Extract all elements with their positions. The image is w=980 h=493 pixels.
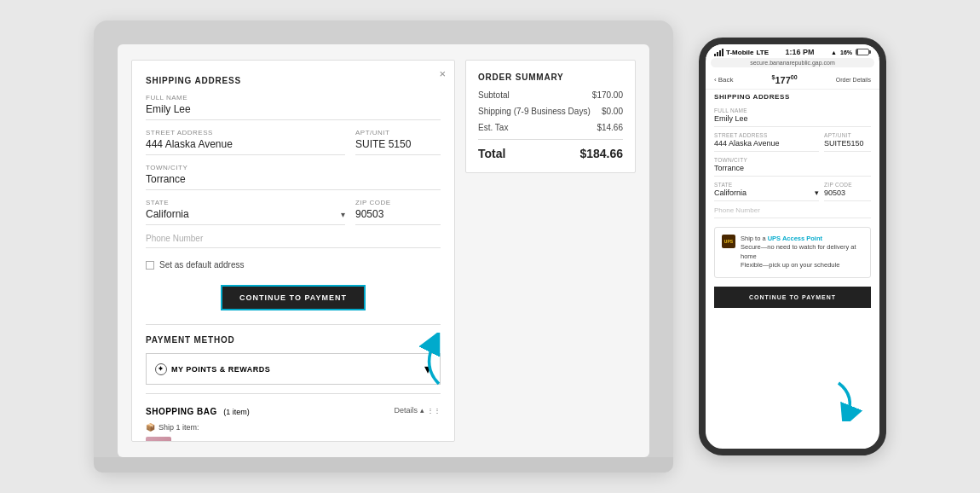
status-time: 1:16 PM xyxy=(786,48,815,56)
ups-access-point-box: UPS Ship to a UPS Access Point Secure—no… xyxy=(714,227,871,278)
close-icon[interactable]: × xyxy=(439,67,446,80)
status-left: T-Mobile LTE xyxy=(714,49,769,56)
phone-field[interactable]: Phone Number xyxy=(146,234,441,248)
apt-value: SUITE 5150 xyxy=(355,138,441,155)
apt-label: APT/UNIT xyxy=(355,129,441,136)
tax-value: $14.66 xyxy=(597,123,623,132)
phone-apt-label: APT/UNIT xyxy=(824,132,871,138)
chevron-left-icon: ‹ xyxy=(714,76,717,84)
summary-divider xyxy=(478,139,623,140)
state-select[interactable]: California ▾ xyxy=(146,208,345,225)
phone-nav: ‹ Back $17700 Order Details xyxy=(706,71,879,90)
laptop: × SHIPPING ADDRESS FULL NAME Emily Lee S… xyxy=(94,20,673,473)
payment-section: PAYMENT METHOD ✦ MY POINTS & REWARDS ▾ xyxy=(146,324,441,385)
phone-continue-to-payment-button[interactable]: CONTINUE TO PAYMENT xyxy=(714,287,871,308)
phone-phone-field[interactable]: Phone Number xyxy=(714,206,871,218)
wifi-icon: ▲ xyxy=(831,49,837,55)
state-value: California xyxy=(146,208,189,220)
default-address-label: Set as default address xyxy=(159,260,245,270)
phone-chevron-down-icon: ▾ xyxy=(815,188,819,197)
phone-apt-value: SUITE5150 xyxy=(824,139,871,152)
order-summary-panel: ORDER SUMMARY Subtotal $170.00 Shipping … xyxy=(465,60,636,173)
ship-row: 📦 Ship 1 item: xyxy=(146,423,441,432)
rewards-icon: ✦ xyxy=(155,363,167,375)
signal-icon xyxy=(714,49,723,56)
carrier-label: T-Mobile xyxy=(726,49,753,56)
shopping-section: SHOPPING BAG (1 item) Details ▴ ⋮⋮ 📦 xyxy=(146,393,441,442)
full-name-value: Emily Lee xyxy=(146,103,441,120)
phone: T-Mobile LTE 1:16 PM ▲ 16% secure.banana… xyxy=(699,38,886,455)
phone-zip-value: 90503 xyxy=(824,188,871,201)
town-value: Torrance xyxy=(146,173,441,190)
phone-arrow-svg xyxy=(830,374,873,421)
shipping-address-title: SHIPPING ADDRESS xyxy=(146,76,441,85)
shipping-value: $0.00 xyxy=(602,107,623,116)
battery-pct: 16% xyxy=(840,49,852,55)
phone-state-select[interactable]: California ▾ xyxy=(714,188,819,201)
full-name-label: FULL NAME xyxy=(146,94,441,102)
order-details-link[interactable]: Order Details xyxy=(836,77,871,83)
product-thumbnail xyxy=(146,437,171,442)
shipping-label: Shipping (7-9 Business Days) xyxy=(478,107,591,116)
shopping-count: (1 item) xyxy=(223,408,250,416)
layout-icon: ⋮⋮ xyxy=(427,407,441,415)
laptop-arrow-container xyxy=(413,333,460,392)
subtotal-label: Subtotal xyxy=(478,90,510,100)
shopping-bag-title: SHOPPING BAG xyxy=(146,407,217,416)
shopping-header: SHOPPING BAG (1 item) Details ▴ ⋮⋮ xyxy=(146,403,441,418)
phone-town-label: TOWN/CITY xyxy=(714,157,871,163)
zip-value: 90503 xyxy=(355,208,441,225)
laptop-base xyxy=(94,457,673,473)
ups-text: Ship to a UPS Access Point Secure—no nee… xyxy=(741,235,863,270)
network-label: LTE xyxy=(756,49,769,56)
rewards-left: ✦ MY POINTS & REWARDS xyxy=(155,363,270,375)
zip-label: ZIP CODE xyxy=(355,199,441,206)
ups-link[interactable]: UPS Access Point xyxy=(768,235,822,242)
total-row: Total $184.66 xyxy=(478,147,623,160)
laptop-arrow-svg xyxy=(413,333,460,388)
phone-street-value: 444 Alaska Avenue xyxy=(714,139,819,152)
street-label: STREET ADDRESS xyxy=(146,129,345,136)
rewards-row[interactable]: ✦ MY POINTS & REWARDS ▾ xyxy=(146,353,441,385)
ups-logo: UPS xyxy=(722,235,735,248)
phone-state-label: STATE xyxy=(714,182,819,188)
order-summary-title: ORDER SUMMARY xyxy=(478,72,623,82)
state-label: STATE xyxy=(146,199,345,206)
tax-row: Est. Tax $14.66 xyxy=(478,123,623,132)
back-button[interactable]: ‹ Back xyxy=(714,76,733,84)
product-row: Linen Flounce-Hem Mini Dress xyxy=(146,437,441,442)
phone-zip-label: ZIP CODE xyxy=(824,182,871,188)
phone-full-name-value: Emily Lee xyxy=(714,114,871,127)
phone-shipping-title: SHIPPING ADDRESS xyxy=(714,93,871,101)
subtotal-row: Subtotal $170.00 xyxy=(478,90,623,100)
subtotal-value: $170.00 xyxy=(592,90,623,100)
phone-price: $17700 xyxy=(772,74,798,85)
payment-title: PAYMENT METHOD xyxy=(146,335,441,345)
ship-icon: 📦 xyxy=(146,423,155,432)
town-label: TOWN/CITY xyxy=(146,164,441,171)
scene: × SHIPPING ADDRESS FULL NAME Emily Lee S… xyxy=(0,0,980,493)
left-panel: × SHIPPING ADDRESS FULL NAME Emily Lee S… xyxy=(131,60,455,442)
laptop-content: × SHIPPING ADDRESS FULL NAME Emily Lee S… xyxy=(118,44,649,457)
phone-town-value: Torrance xyxy=(714,164,871,177)
phone-full-name-label: FULL NAME xyxy=(714,107,871,113)
status-right: ▲ 16% xyxy=(831,49,871,55)
default-address-row: Set as default address xyxy=(146,260,441,270)
default-address-checkbox[interactable] xyxy=(146,261,154,270)
phone-status-bar: T-Mobile LTE 1:16 PM ▲ 16% xyxy=(706,44,879,58)
phone-street-label: STREET ADDRESS xyxy=(714,132,819,138)
phone-state-value: California xyxy=(714,188,747,197)
continue-to-payment-button[interactable]: CONTINUE TO PAYMENT xyxy=(221,285,366,310)
phone-arrow-container xyxy=(830,374,873,425)
tax-label: Est. Tax xyxy=(478,123,508,132)
shipping-row: Shipping (7-9 Business Days) $0.00 xyxy=(478,107,623,116)
total-label: Total xyxy=(478,147,505,160)
chevron-up-icon: ▴ xyxy=(420,406,424,415)
laptop-screen: × SHIPPING ADDRESS FULL NAME Emily Lee S… xyxy=(118,44,649,457)
total-value: $184.66 xyxy=(579,147,623,160)
chevron-down-icon: ▾ xyxy=(341,210,345,219)
battery-icon xyxy=(856,49,871,55)
shopping-details[interactable]: Details ▴ ⋮⋮ xyxy=(394,406,441,415)
street-value: 444 Alaska Avenue xyxy=(146,138,345,155)
url-bar[interactable]: secure.bananarepublic.gap.com xyxy=(711,58,874,67)
